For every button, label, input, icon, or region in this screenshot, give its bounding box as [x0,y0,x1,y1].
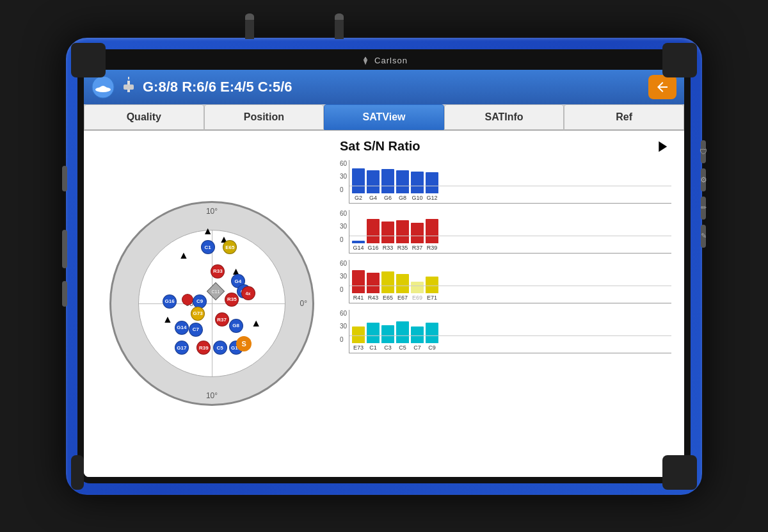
label-e69: E69 [411,294,424,301]
corner-bl [71,455,84,490]
bar-g12 [426,172,438,193]
bar-e69 [411,282,424,293]
arrow-g14: ▲ [163,314,173,325]
antenna-right [335,19,344,39]
bar-c1 [367,323,380,343]
snr-chart-2: 60 30 0 [340,210,671,254]
chart2-bars: G14 G16 R33 R35 R37 R39 [349,210,671,254]
tab-satview[interactable]: SATView [324,104,444,130]
sat-g16: G16 [163,294,177,309]
label-c7: C7 [411,344,424,351]
chart1-y-axis: 60 30 0 [340,160,349,204]
bar-e65 [381,271,394,293]
svg-marker-1 [364,58,367,65]
label-c1: C1 [367,344,380,351]
label-c3: C3 [381,344,394,351]
side-button-left-bot[interactable] [62,281,67,307]
bar-c5 [396,321,409,343]
tab-quality[interactable]: Quality [84,104,204,130]
bar-c7 [411,326,424,343]
skyview-panel: 10° 10° 0° 90° ▲ ▲ ▲ ▲ ▲ [90,137,333,471]
header-status: G:8/8 R:6/6 E:4/5 C:5/6 [143,79,642,95]
label-g16: G16 [367,245,380,251]
label-g12: G12 [426,195,438,201]
antenna-tip-left [245,13,254,20]
charts-panel: Sat S/N Ratio 60 30 [333,137,678,471]
tab-satinfo[interactable]: SATInfo [444,104,564,130]
back-button[interactable] [648,75,676,99]
label-c9: C9 [426,344,438,351]
sat-c7: C7 [189,323,203,337]
chart2-line30 [349,236,671,236]
tab-position[interactable]: Position [204,104,324,130]
bar-c9 [426,323,438,343]
label-g4: G4 [367,195,380,201]
sat-g17: G17 [175,341,189,355]
content-area: 10° 10° 0° 90° ▲ ▲ ▲ ▲ ▲ [84,131,684,477]
antenna-left [245,19,254,39]
sat-g14: G14 [175,321,189,335]
brand-bar: Carlson [84,56,684,66]
arrow-top: ▲ [203,225,213,237]
corner-tl [71,43,106,77]
side-button-left-top[interactable] [62,166,67,191]
sat-s: S [236,336,252,351]
sat-r35: R35 [225,293,239,307]
right-button-4[interactable]: ✎ [701,225,706,248]
label-r35: R35 [396,245,409,251]
sat-e65: E65 [223,240,237,254]
label-e67: E67 [396,294,409,301]
right-buttons-panel: 🛡 ⚙ ✏ ✎ [701,140,706,248]
chart1-bars: G2 G4 G6 G8 G10 G12 [349,160,671,204]
label-r43: R43 [367,294,380,301]
bar-c3 [381,325,394,343]
svg-rect-5 [124,85,134,90]
tab-bar: Quality Position SATView SATInfo Ref [84,104,684,131]
chart3-line30 [349,286,671,286]
label-e73: E73 [352,344,365,351]
bar-r33 [381,222,394,243]
sky-label-bottom: 10° [206,391,218,400]
bar-r39 [426,219,438,243]
bar-g6 [381,169,394,193]
bar-g2 [352,168,365,193]
tab-ref[interactable]: Ref [564,104,684,130]
right-button-2[interactable]: ⚙ [701,168,706,191]
label-r37: R37 [411,245,424,251]
side-button-left-mid[interactable] [62,230,67,268]
corner-tr [662,43,697,77]
chart2-y-axis: 60 30 0 [340,210,349,254]
play-button[interactable] [652,137,671,156]
sat-c5: C5 [213,341,227,355]
back-arrow-icon [655,79,670,95]
bar-g4 [367,170,380,193]
label-g10: G10 [411,195,424,201]
chart4-line30 [349,335,671,336]
bar-e73 [352,326,365,343]
chart-title-row: Sat S/N Ratio [340,137,671,156]
carlson-logo-icon [360,56,371,66]
sat-c1: C1 [201,240,215,254]
hardhat-icon [92,76,115,99]
bar-r43 [367,273,380,293]
chart-main-title: Sat S/N Ratio [340,139,420,154]
sat-4x: 4x [241,286,255,300]
bar-g16 [367,219,380,243]
chart4-bars: E73 C1 C3 C5 C7 C9 [349,310,671,353]
snr-chart-4: 60 30 0 [340,310,671,353]
label-g2: G2 [352,195,365,201]
label-r39: R39 [426,245,438,251]
antenna-tip-right [335,13,344,20]
arrow-g8: ▲ [251,318,261,329]
label-r41: R41 [352,294,365,301]
bar-g8 [396,170,409,193]
right-button-1[interactable]: 🛡 [701,140,706,163]
sky-label-top: 10° [206,207,218,216]
bar-g10 [411,172,424,193]
label-r33: R33 [381,245,394,251]
screen-bezel: Carlson G:8/8 R:6/6 E:4/5 C:5/6 [77,49,691,483]
bar-r37 [411,223,424,243]
right-button-3[interactable]: ✏ [701,197,706,220]
sky-circle-outer: 10° 10° 0° 90° ▲ ▲ ▲ ▲ ▲ [109,201,314,406]
sat-g2 [182,294,193,305]
